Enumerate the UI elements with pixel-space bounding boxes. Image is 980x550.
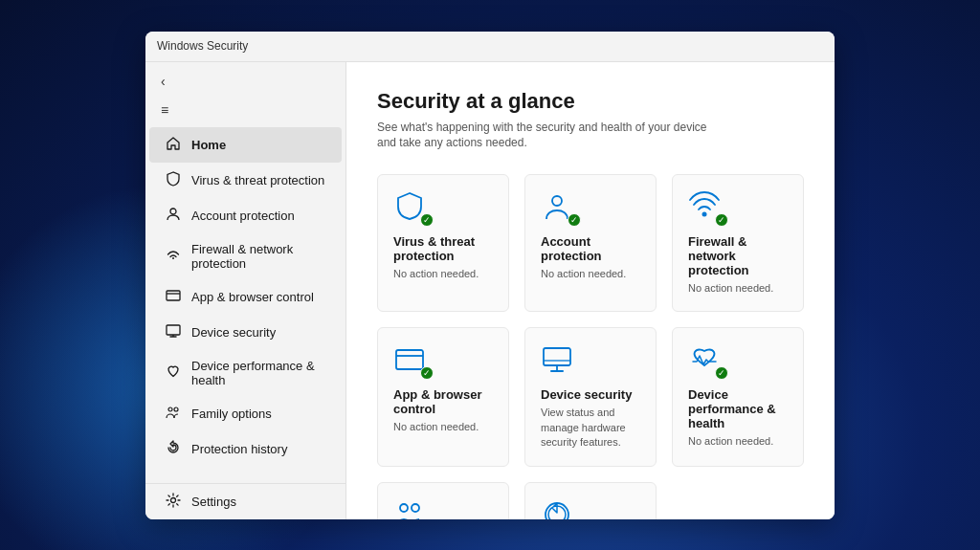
wifi-icon [165,247,182,265]
sidebar-device-health-label: Device performance & health [191,359,326,387]
device-health-card-title: Device performance & health [688,387,788,430]
virus-threat-card[interactable]: ✓ Virus & threat protection No action ne… [377,174,509,312]
shield-icon [165,171,182,189]
check-badge: ✓ [715,366,728,380]
settings-label: Settings [191,495,236,509]
device-health-card-desc: No action needed. [688,434,788,449]
browser-icon [165,288,182,306]
sidebar-family-label: Family options [191,407,272,421]
sidebar-home-label: Home [191,138,226,152]
sidebar-item-account[interactable]: Account protection [149,198,342,233]
firewall-card-icon-wrap: ✓ [688,190,723,225]
sidebar-item-browser[interactable]: App & browser control [149,279,342,315]
sidebar-item-device-security[interactable]: Device security [149,315,342,350]
virus-card-title: Virus & threat protection [393,234,493,263]
device-health-card-icon-wrap: ✓ [688,343,723,378]
sidebar-history-label: Protection history [191,442,287,456]
svg-rect-3 [167,325,180,335]
clock-history-icon [541,498,573,519]
svg-rect-11 [396,350,423,369]
firewall-card-title: Firewall & network protection [688,234,788,277]
device-security-card-icon-wrap [541,343,575,378]
sidebar-item-history[interactable]: Protection history [149,431,342,467]
check-badge: ✓ [568,213,581,227]
sidebar-bottom: Settings [145,483,345,519]
svg-rect-1 [167,291,180,300]
svg-point-8 [171,497,176,502]
hamburger-menu[interactable]: ≡ [145,97,345,123]
check-badge: ✓ [715,213,728,227]
protection-history-card[interactable]: Protection history View latest protectio… [524,482,657,519]
browser-card-desc: No action needed. [393,420,493,434]
home-icon [165,136,182,154]
check-badge: ✓ [420,213,434,227]
titlebar: Windows Security [145,32,835,62]
page-subtitle: See what's happening with the security a… [377,120,804,152]
svg-point-6 [168,407,172,411]
sidebar-item-virus[interactable]: Virus & threat protection [149,163,342,198]
virus-card-icon-wrap: ✓ [393,190,428,225]
sidebar-firewall-label: Firewall & network protection [191,242,326,271]
sidebar-item-home[interactable]: Home [149,127,342,163]
main-content: Security at a glance See what's happenin… [346,62,835,519]
browser-card-title: App & browser control [393,387,493,416]
sidebar: ‹ ≡ Home Vir [145,62,346,519]
family-people-icon [393,498,426,519]
back-button[interactable]: ‹ [145,66,345,97]
virus-card-desc: No action needed. [393,267,493,281]
sidebar-item-family[interactable]: Family options [149,396,342,431]
account-card-title: Account protection [541,234,640,263]
sidebar-virus-label: Virus & threat protection [191,173,324,187]
device-security-card[interactable]: Device security View status and manage h… [524,327,657,466]
sidebar-account-label: Account protection [191,209,295,223]
account-card-icon-wrap: ✓ [541,190,575,225]
window-title: Windows Security [157,39,248,53]
settings-icon [165,493,182,511]
device-security-card-title: Device security [541,387,640,402]
settings-button[interactable]: Settings [149,484,342,519]
svg-rect-13 [544,348,570,365]
sidebar-browser-label: App & browser control [191,290,314,304]
page-title: Security at a glance [377,89,804,114]
account-card-desc: No action needed. [541,267,640,281]
heart-icon [165,363,182,382]
family-options-card[interactable]: Family options Manage how your family us… [377,482,509,519]
history-card-icon-wrap [541,498,575,519]
svg-point-0 [170,209,176,214]
browser-control-card[interactable]: ✓ App & browser control No action needed… [377,327,509,466]
firewall-card-desc: No action needed. [688,281,788,296]
family-card-icon-wrap [393,498,428,519]
svg-point-18 [412,504,419,512]
monitor-lock-icon [541,343,573,376]
svg-point-9 [552,196,562,206]
window-body: ‹ ≡ Home Vir [145,62,835,519]
sidebar-item-firewall[interactable]: Firewall & network protection [149,233,342,279]
browser-card-icon-wrap: ✓ [393,343,428,378]
firewall-card[interactable]: ✓ Firewall & network protection No actio… [672,174,804,312]
device-health-card[interactable]: ✓ Device performance & health No action … [672,327,804,466]
account-protection-card[interactable]: ✓ Account protection No action needed. [524,174,657,312]
device-security-card-desc: View status and manage hardware security… [541,406,640,450]
sidebar-device-security-label: Device security [191,325,276,340]
history-icon [165,440,182,458]
check-badge: ✓ [420,366,434,380]
svg-point-7 [174,407,178,411]
windows-security-window: Windows Security ‹ ≡ Home [145,32,835,519]
person-icon [165,207,182,225]
family-icon [165,405,182,423]
security-cards-grid: ✓ Virus & threat protection No action ne… [377,174,804,518]
monitor-icon [165,323,182,341]
svg-point-17 [400,504,408,512]
sidebar-item-device-health[interactable]: Device performance & health [149,350,342,396]
svg-point-10 [702,212,707,217]
